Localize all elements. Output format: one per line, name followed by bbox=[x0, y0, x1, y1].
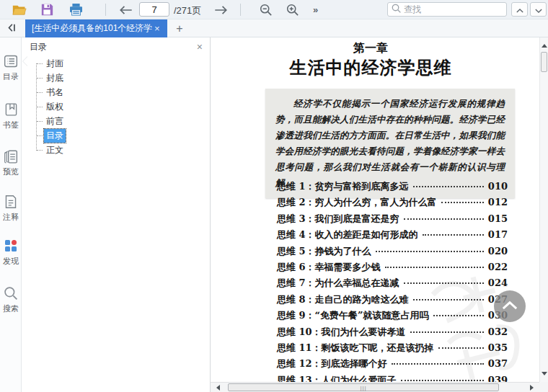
toc-entry-page: 010 bbox=[488, 181, 508, 192]
arrow-left-icon bbox=[120, 6, 133, 14]
print-button[interactable] bbox=[66, 0, 85, 19]
zoom-in-button[interactable] bbox=[283, 0, 301, 19]
horizontal-scrollbar[interactable]: ||| bbox=[211, 382, 539, 392]
sidebar-item-bookmarks[interactable]: 书签 bbox=[0, 101, 22, 130]
toc-entry[interactable]: 思维 4：收入的差距是如何形成的017 bbox=[277, 228, 508, 244]
sidebar-item-annotations[interactable]: 注释 bbox=[0, 193, 22, 223]
open-file-button[interactable] bbox=[10, 0, 29, 19]
sidebar-label: 预览 bbox=[3, 166, 19, 177]
toc-entry[interactable]: 思维 2：穷人为什么穷，富人为什么富012 bbox=[277, 196, 508, 212]
toc-entry-label: 思维 11：剩饭该吃下呢，还是该扔掉 bbox=[277, 342, 434, 355]
find-input[interactable] bbox=[404, 4, 498, 14]
sidebar-label: 注释 bbox=[3, 212, 19, 223]
zoom-out-button[interactable] bbox=[256, 0, 275, 19]
dot-leader bbox=[438, 347, 484, 349]
bookmark-item-backcover[interactable]: 封底 bbox=[22, 71, 210, 85]
toc-entry-label: 思维 7：为什么幸福总在递减 bbox=[277, 277, 399, 290]
toc-entry-page: 024 bbox=[488, 277, 508, 288]
find-previous-button[interactable] bbox=[511, 2, 528, 17]
scroll-up-arrow-icon[interactable] bbox=[542, 41, 547, 48]
scrollbar-grip: ||| bbox=[360, 386, 366, 391]
dot-leader bbox=[413, 186, 484, 187]
toc-entry[interactable]: 思维 1：贫穷与富裕到底离多远010 bbox=[277, 180, 508, 196]
scroll-down-arrow-icon[interactable] bbox=[542, 372, 547, 378]
save-button[interactable] bbox=[38, 0, 56, 19]
bookmark-book-icon bbox=[3, 101, 19, 118]
toc-entry-page: 020 bbox=[488, 246, 508, 257]
note-document-icon bbox=[3, 193, 19, 210]
more-tools-button[interactable]: » bbox=[308, 0, 322, 19]
bookmark-label: 书名 bbox=[44, 86, 66, 99]
toc-entry[interactable]: 思维 5：挣钱为了什么020 bbox=[277, 245, 508, 261]
chapter-label: 第一章 bbox=[211, 41, 531, 56]
toolbar-divider bbox=[240, 4, 241, 16]
page-number-input[interactable] bbox=[139, 2, 169, 17]
dot-leader bbox=[413, 299, 484, 300]
bookmark-label: 版权 bbox=[44, 100, 66, 114]
toc-entry-page: 037 bbox=[488, 358, 508, 369]
search-icon bbox=[3, 285, 19, 302]
tab-list-button[interactable] bbox=[3, 21, 20, 36]
toc-entry[interactable]: 思维 7：为什么幸福总在递减024 bbox=[277, 277, 508, 293]
toc-entry[interactable]: 思维 6：幸福需要多少钱022 bbox=[277, 261, 508, 277]
next-page-button[interactable] bbox=[211, 0, 230, 19]
bookmark-item-toc[interactable]: 目录 bbox=[22, 128, 210, 143]
toc-entry[interactable]: 思维 3：我们到底是富还是穷015 bbox=[277, 213, 508, 228]
sidebar-label: 搜索 bbox=[3, 303, 19, 314]
scrollbar-corner bbox=[539, 382, 548, 392]
sidebar-item-discover[interactable]: 发现 bbox=[0, 237, 22, 267]
toc-entry[interactable]: 思维 10：我们为什么要讲孝道032 bbox=[277, 326, 508, 342]
toc-entry[interactable]: 思维 12：到底选择哪个好037 bbox=[277, 357, 508, 373]
bookmark-item-copyright[interactable]: 版权 bbox=[22, 99, 210, 114]
bookmark-item-body[interactable]: 正文 bbox=[22, 143, 210, 157]
close-icon[interactable]: × bbox=[197, 41, 203, 53]
left-sidebar: 目录 书签 预览 注释 bbox=[0, 37, 22, 392]
document-view: 第一章 生活中的经济学思维 经济学不仅能揭示一个国家经济运行发展的规律趋势，而且… bbox=[211, 37, 548, 392]
tab-title: [生活中必须具备的101个经济学 bbox=[32, 22, 153, 35]
bookmark-item-cover[interactable]: 封面 bbox=[22, 56, 210, 71]
pages-stack-icon bbox=[3, 148, 19, 165]
toc-entry-label: 思维 12：到底选择哪个好 bbox=[277, 357, 387, 370]
pdf-reader-window: /271页 » bbox=[0, 0, 548, 392]
sidebar-item-search[interactable]: 搜索 bbox=[0, 285, 22, 314]
back-to-top-button[interactable] bbox=[494, 290, 526, 322]
chevron-up-icon bbox=[502, 300, 518, 313]
scroll-right-arrow-icon[interactable] bbox=[530, 385, 536, 391]
toc-entry-label: 思维 4：收入的差距是如何形成的 bbox=[277, 228, 418, 241]
search-icon bbox=[392, 3, 401, 16]
new-tab-button[interactable]: + bbox=[172, 21, 187, 36]
scroll-left-arrow-icon[interactable] bbox=[213, 385, 220, 391]
bookmark-item-preface[interactable]: 前言 bbox=[22, 114, 210, 128]
chevron-double-right-icon: » bbox=[313, 4, 317, 15]
save-floppy-icon bbox=[41, 4, 53, 16]
toc-entry-label: 思维 5：挣钱为了什么 bbox=[277, 245, 371, 258]
printer-icon bbox=[69, 4, 83, 16]
sidebar-item-thumbnails[interactable]: 预览 bbox=[0, 148, 22, 177]
toc-list: 思维 1：贫穷与富裕到底离多远010 思维 2：穷人为什么穷，富人为什么富012… bbox=[277, 180, 508, 390]
find-next-button[interactable] bbox=[530, 2, 547, 17]
vertical-scrollbar-thumb[interactable] bbox=[541, 52, 547, 72]
plus-icon: + bbox=[176, 22, 182, 35]
toc-entry-label: 思维 9：“免费午餐”就该随意占用吗 bbox=[277, 309, 429, 322]
dot-leader bbox=[433, 315, 484, 316]
toc-entry-page: 035 bbox=[488, 342, 508, 353]
horizontal-scrollbar-thumb[interactable]: ||| bbox=[228, 383, 499, 391]
toc-entry[interactable]: 思维 11：剩饭该吃下呢，还是该扔掉035 bbox=[277, 342, 508, 357]
bookmarks-panel-header: 目录 × bbox=[22, 37, 210, 56]
toc-entry-page: 022 bbox=[488, 262, 508, 272]
toolbar-divider bbox=[105, 4, 106, 16]
toc-entry-page: 012 bbox=[488, 197, 508, 208]
vertical-scrollbar[interactable] bbox=[539, 37, 548, 382]
tab-close-icon[interactable]: × bbox=[154, 23, 160, 34]
toc-entry-label: 思维 8：走自己的路为啥这么难 bbox=[277, 293, 409, 306]
tab-document[interactable]: [生活中必须具备的101个经济学 × bbox=[25, 19, 167, 37]
arrow-right-icon bbox=[214, 6, 227, 14]
sidebar-label: 书签 bbox=[3, 120, 19, 130]
previous-page-button[interactable] bbox=[117, 0, 136, 19]
toc-entry[interactable]: 思维 8：走自己的路为啥这么难027 bbox=[277, 293, 508, 309]
bookmark-item-title[interactable]: 书名 bbox=[22, 85, 210, 99]
toc-entry-label: 思维 1：贫穷与富裕到底离多远 bbox=[277, 180, 409, 193]
toc-entry[interactable]: 思维 9：“免费午餐”就该随意占用吗030 bbox=[277, 309, 508, 325]
dot-leader bbox=[410, 331, 484, 333]
dot-leader bbox=[392, 363, 484, 365]
